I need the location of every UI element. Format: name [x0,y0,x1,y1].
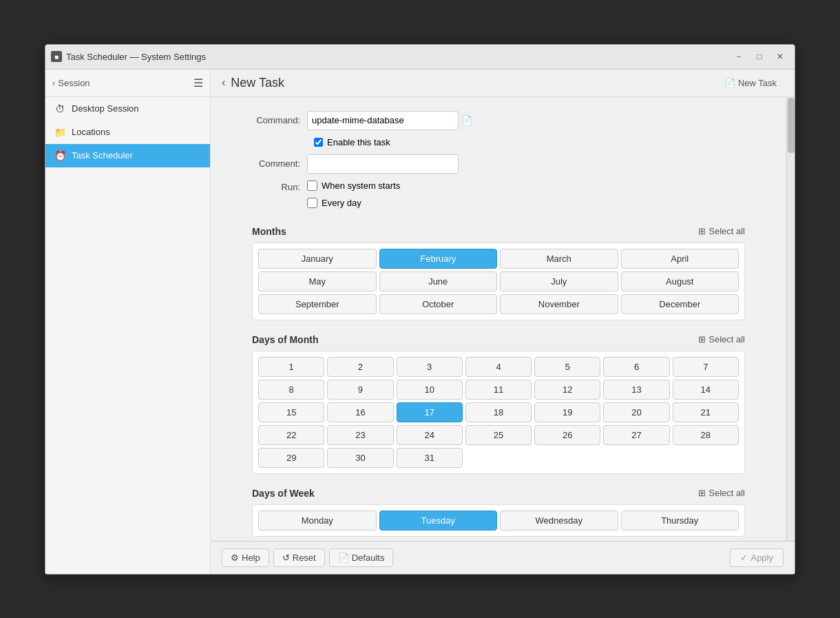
day-btn-30[interactable]: 30 [327,448,393,468]
dow-btn-thursday[interactable]: Thursday [621,511,739,531]
day-btn-11[interactable]: 11 [465,380,532,400]
day-btn-1[interactable]: 1 [258,357,324,377]
month-btn-january[interactable]: January [258,249,377,269]
help-icon: ⚙ [231,553,239,563]
sidebar-item-desktop-session[interactable]: ⏱ Desktop Session [45,97,210,121]
dow-grid: Monday Tuesday Wednesday Thursday [252,504,745,537]
month-btn-may[interactable]: May [258,271,377,291]
command-file-icon[interactable]: 📄 [461,115,472,125]
help-button[interactable]: ⚙ Help [222,548,269,567]
month-btn-july[interactable]: July [500,271,618,291]
day-btn-17[interactable]: 17 [397,402,463,422]
minimize-button[interactable]: − [730,49,748,64]
close-button[interactable]: ✕ [771,49,789,64]
bottom-bar: ⚙ Help ↺ Reset 📄 Defaults ✓ Apply [211,541,795,574]
day-btn-15[interactable]: 15 [258,402,324,422]
day-btn-28[interactable]: 28 [673,425,739,445]
enable-label: Enable this task [327,137,390,147]
day-btn-8[interactable]: 8 [258,380,324,400]
defaults-label: Defaults [352,553,385,563]
month-btn-june[interactable]: June [379,271,498,291]
days-of-month-header: Days of Month ⊞ Select all [252,334,745,345]
dow-btn-wednesday[interactable]: Wednesday [500,511,618,531]
day-btn-27[interactable]: 27 [603,425,669,445]
days-of-month-title: Days of Month [252,334,318,345]
comment-row: Comment: [252,154,745,174]
day-btn-14[interactable]: 14 [673,380,739,400]
sidebar-back[interactable]: ‹ Session [52,78,90,88]
day-btn-7[interactable]: 7 [673,357,739,377]
dow-btn-tuesday[interactable]: Tuesday [379,511,498,531]
help-label: Help [242,553,260,563]
day-btn-13[interactable]: 13 [603,380,669,400]
day-btn-4[interactable]: 4 [465,357,532,377]
defaults-icon: 📄 [338,553,349,563]
day-btn-19[interactable]: 19 [534,402,600,422]
reset-button[interactable]: ↺ Reset [273,548,325,567]
day-btn-16[interactable]: 16 [327,402,393,422]
day-btn-23[interactable]: 23 [327,425,393,445]
titlebar-title: Task Scheduler — System Settings [66,52,206,62]
day-btn-2[interactable]: 2 [327,357,393,377]
days-select-all[interactable]: ⊞ Select all [698,334,745,344]
content-area: ‹ Session ☰ ⏱ Desktop Session 📁 Location… [45,70,795,574]
every-day-checkbox[interactable] [307,198,317,208]
month-btn-february[interactable]: February [379,249,498,269]
month-btn-november[interactable]: November [500,294,618,314]
day-btn-31[interactable]: 31 [397,448,463,468]
day-btn-24[interactable]: 24 [397,425,463,445]
sidebar-item-locations[interactable]: 📁 Locations [45,121,210,144]
select-all-icon-2: ⊞ [698,334,706,344]
day-btn-20[interactable]: 20 [603,402,669,422]
comment-label: Comment: [252,158,307,169]
enable-checkbox[interactable] [314,138,323,147]
day-btn-29[interactable]: 29 [258,448,324,468]
main-content: Command: 📄 Enable this task Comment: [211,97,786,541]
comment-input[interactable] [307,154,459,174]
month-btn-august[interactable]: August [621,271,739,291]
dow-select-all[interactable]: ⊞ Select all [698,488,745,498]
run-option-system-starts: When system starts [307,181,400,191]
day-btn-26[interactable]: 26 [534,425,600,445]
titlebar: ■ Task Scheduler — System Settings − □ ✕ [45,45,795,70]
sidebar-item-label: Task Scheduler [72,150,133,161]
day-btn-21[interactable]: 21 [673,402,739,422]
dow-btn-monday[interactable]: Monday [258,511,377,531]
months-header: Months ⊞ Select all [252,226,745,237]
sidebar-header: ‹ Session ☰ [45,70,210,97]
month-btn-march[interactable]: March [500,249,618,269]
month-btn-october[interactable]: October [379,294,498,314]
apply-check-icon: ✓ [740,553,748,563]
day-btn-12[interactable]: 12 [534,380,600,400]
days-of-week-title: Days of Week [252,488,315,499]
reset-label: Reset [293,553,316,563]
new-task-button[interactable]: 📄 New Task [717,75,784,91]
day-btn-25[interactable]: 25 [465,425,532,445]
command-row: Command: 📄 [252,111,745,130]
sidebar-item-task-scheduler[interactable]: ⏰ Task Scheduler [45,144,210,167]
day-btn-10[interactable]: 10 [397,380,463,400]
day-btn-6[interactable]: 6 [603,357,669,377]
hamburger-icon[interactable]: ☰ [193,76,203,90]
run-label: Run: [252,181,307,192]
main-header: ‹ New Task 📄 New Task [211,70,795,97]
month-btn-december[interactable]: December [621,294,739,314]
month-btn-april[interactable]: April [621,249,739,269]
month-btn-september[interactable]: September [258,294,377,314]
day-btn-5[interactable]: 5 [534,357,600,377]
when-system-starts-checkbox[interactable] [307,181,317,191]
command-input[interactable] [307,111,459,130]
command-label: Command: [252,115,307,125]
scrollbar[interactable] [786,97,795,541]
folder-icon: 📁 [54,126,66,138]
day-btn-22[interactable]: 22 [258,425,324,445]
back-arrow[interactable]: ‹ [222,76,225,89]
day-btn-3[interactable]: 3 [397,357,463,377]
apply-button[interactable]: ✓ Apply [730,548,784,567]
day-btn-18[interactable]: 18 [465,402,532,422]
months-select-all[interactable]: ⊞ Select all [698,226,745,236]
defaults-button[interactable]: 📄 Defaults [329,548,394,567]
apply-label: Apply [750,553,773,563]
day-btn-9[interactable]: 9 [327,380,393,400]
maximize-button[interactable]: □ [750,49,768,64]
